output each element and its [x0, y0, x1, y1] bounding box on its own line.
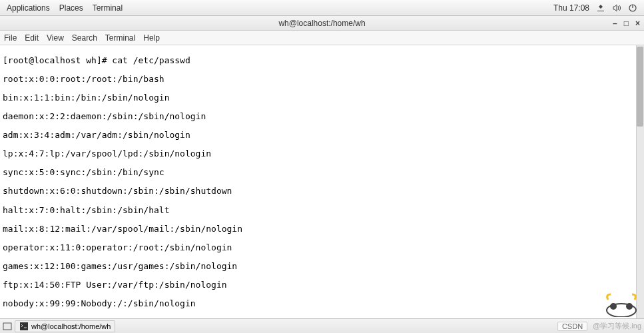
window-maximize-button[interactable]: □	[624, 19, 629, 28]
taskbar-item-label: wh@localhost:/home/wh	[31, 322, 111, 330]
volume-icon[interactable]	[612, 3, 621, 13]
terminal-menu[interactable]: Terminal	[93, 3, 123, 13]
window-minimize-button[interactable]: –	[613, 19, 617, 28]
window-title: wh@localhost:/home/wh	[278, 19, 365, 28]
menu-help[interactable]: Help	[143, 33, 160, 43]
terminal-body[interactable]: [root@localhost wh]# cat /etc/passwd roo…	[0, 45, 644, 318]
places-menu[interactable]: Places	[59, 3, 83, 13]
svg-rect-3	[20, 322, 28, 330]
terminal-output-line: sync:x:5:0:sync:/sbin:/bin/sync	[3, 168, 641, 177]
window-titlebar[interactable]: wh@localhost:/home/wh – □ ×	[0, 16, 644, 31]
gnome-top-panel: Applications Places Terminal Thu 17:08	[0, 0, 644, 16]
window-close-button[interactable]: ×	[635, 19, 640, 28]
menu-edit[interactable]: Edit	[25, 33, 39, 43]
terminal-menubar: File Edit View Search Terminal Help	[0, 31, 644, 45]
clock[interactable]: Thu 17:08	[553, 3, 589, 13]
svg-rect-2	[3, 323, 11, 330]
applications-menu[interactable]: Applications	[7, 3, 50, 13]
show-desktop-icon[interactable]	[3, 322, 12, 331]
terminal-output-line: lp:x:4:7:lp:/var/spool/lpd:/sbin/nologin	[3, 149, 641, 159]
terminal-output-line: mail:x:8:12:mail:/var/spool/mail:/sbin/n…	[3, 224, 641, 234]
menu-search[interactable]: Search	[72, 33, 97, 43]
power-icon[interactable]	[628, 3, 637, 13]
terminal-prompt-line: [root@localhost wh]# cat /etc/passwd	[3, 56, 641, 65]
menu-terminal[interactable]: Terminal	[105, 33, 135, 43]
taskbar-item-terminal[interactable]: wh@localhost:/home/wh	[15, 320, 115, 332]
watermark-csdn: CSDN	[557, 322, 587, 331]
terminal-output-line: root:x:0:0:root:/root:/bin/bash	[3, 75, 641, 84]
terminal-output-line: games:x:12:100:games:/usr/games:/sbin/no…	[3, 262, 641, 271]
scrollbar-thumb[interactable]	[637, 47, 643, 127]
network-icon[interactable]	[596, 3, 605, 13]
terminal-output-line: ftp:x:14:50:FTP User:/var/ftp:/sbin/nolo…	[3, 280, 641, 290]
terminal-scrollbar[interactable]	[636, 45, 644, 318]
terminal-output-line: adm:x:3:4:adm:/var/adm:/sbin/nologin	[3, 131, 641, 140]
terminal-output-line: bin:x:1:1:bin:/bin:/sbin/nologin	[3, 93, 641, 103]
terminal-output-line: halt:x:7:0:halt:/sbin:/sbin/halt	[3, 206, 641, 215]
terminal-icon	[19, 322, 29, 331]
terminal-output-line: operator:x:11:0:operator:/root:/sbin/nol…	[3, 243, 641, 252]
watermark-author: @学习等候.ing	[593, 321, 641, 331]
gnome-bottom-panel: wh@localhost:/home/wh CSDN @学习等候.ing	[0, 318, 644, 333]
terminal-output-line: shutdown:x:6:0:shutdown:/sbin:/sbin/shut…	[3, 186, 641, 196]
menu-file[interactable]: File	[4, 33, 17, 43]
terminal-output-line: daemon:x:2:2:daemon:/sbin:/sbin/nologin	[3, 112, 641, 121]
terminal-output-line: nobody:x:99:99:Nobody:/:/sbin/nologin	[3, 299, 641, 308]
menu-view[interactable]: View	[47, 33, 64, 43]
